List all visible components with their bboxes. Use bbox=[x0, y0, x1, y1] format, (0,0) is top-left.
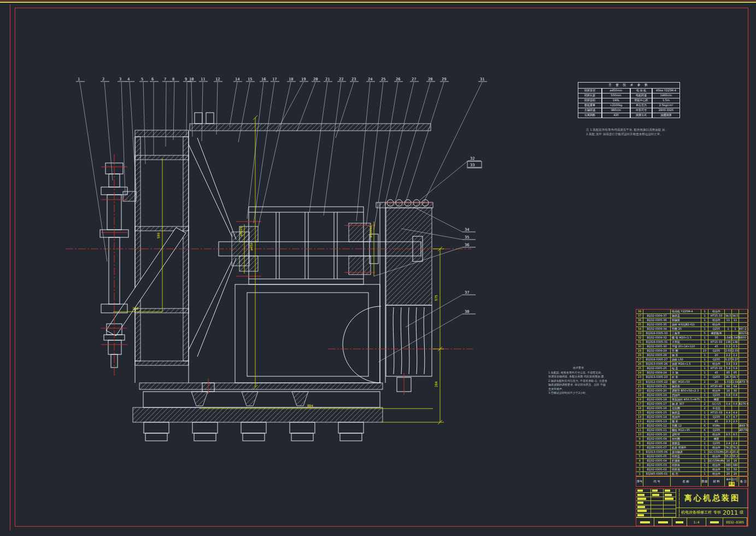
bom-cell: 50 bbox=[732, 468, 739, 471]
bom-cell bbox=[739, 450, 748, 454]
bom-cell: 13 bbox=[636, 420, 643, 423]
bom-row: 18EQ32-0305-18骨架油封 Φ50.5×Φ751橡胶 bbox=[636, 398, 747, 402]
bom-cell: 拦液板 bbox=[671, 459, 701, 463]
callout-label: 9 bbox=[185, 77, 187, 81]
bom-cell: 进料管 bbox=[671, 433, 701, 436]
bom-cell: 1.018 bbox=[725, 380, 732, 384]
bom-cell: 1 bbox=[701, 415, 708, 419]
bom-header: 序号 代 号 名 称 数量 材 料 单件总计 重 量 备 注 bbox=[636, 476, 747, 486]
spec-cell: 外形尺寸 bbox=[630, 108, 652, 113]
bom-cell: 0.27 bbox=[732, 358, 739, 362]
bom-cell: 骨架油封 Φ50.5×Φ75 bbox=[671, 398, 701, 401]
bom-row: 3EQ32-0305-03转鼓体1组合件380380 bbox=[636, 463, 747, 468]
bom-row: 13EQ32-0305-13隔 套1452.32.3 bbox=[636, 420, 747, 424]
callout-label: 31 bbox=[480, 77, 484, 81]
bom-cell: 轴承座 bbox=[671, 384, 701, 388]
bom-cell: GB800-76 bbox=[739, 336, 748, 340]
callout-label: 11 bbox=[201, 77, 205, 81]
bom-cell bbox=[732, 424, 739, 428]
bom-cell bbox=[739, 420, 748, 423]
bom-row: 31EQ318-0305-31大带轮1HT15-33138138 bbox=[636, 340, 747, 345]
bom-cell: 衬 套 bbox=[671, 375, 701, 379]
bom-cell bbox=[739, 353, 748, 357]
bom-cell: 2.2 bbox=[725, 353, 732, 357]
bom-cell: 1 bbox=[701, 459, 708, 463]
bom-cell: 1 bbox=[701, 393, 708, 397]
bom-cell: 大带轮 bbox=[671, 340, 701, 344]
bom-cell: 0.27 bbox=[725, 358, 732, 362]
bom-cell: 6 bbox=[701, 424, 708, 428]
bom-cell: 0.8 bbox=[732, 393, 739, 397]
callout-label: 29 bbox=[442, 77, 446, 81]
bom-cell bbox=[739, 463, 748, 467]
bom-cell: 9 bbox=[636, 437, 643, 441]
bom-cell: 轴承盖 bbox=[671, 411, 701, 415]
bom-cell: 垫圈 20 bbox=[671, 327, 701, 331]
signature-bar bbox=[637, 510, 647, 512]
bom-cell: EQ32-0305-15 bbox=[643, 411, 671, 415]
bom-cell: 10 bbox=[636, 433, 643, 436]
bom-cell: 138 bbox=[732, 340, 739, 344]
callout-label: 16 bbox=[261, 77, 266, 81]
spec-cell: 190L bbox=[602, 98, 630, 103]
bom-cell: Q235 bbox=[708, 349, 725, 353]
bom-cell: EQ32-0309-32 bbox=[643, 336, 671, 340]
bom-cell: EQ32-0309-29 bbox=[643, 349, 671, 353]
spec-cell: 1460r/m bbox=[652, 94, 680, 98]
spec-table: 主 要 技 术 参 数 转鼓直径ø450mm电 动 机45kw Y225M-4转… bbox=[578, 82, 680, 118]
callout-label: 35 bbox=[465, 235, 469, 240]
tech-note-line: 无异常噪声。 bbox=[548, 387, 608, 392]
bom-cell: EQ345-0305-01 bbox=[643, 472, 671, 476]
bom-cell bbox=[739, 437, 748, 441]
bom-cell: EQ32-0305-09 bbox=[643, 437, 671, 441]
callout-label: 7 bbox=[164, 77, 166, 81]
bom-row: 22EQ312-0305-22螺钉 M16×502201.0182.04GB73… bbox=[636, 380, 747, 384]
bom-cell: 三角带 bbox=[671, 331, 701, 335]
leader-line bbox=[238, 82, 250, 142]
bom-cell: 组合件 bbox=[708, 389, 725, 393]
bom-cell: 0.4 bbox=[725, 402, 732, 406]
bom-cell: EQ313-0305-23 bbox=[643, 375, 671, 379]
bom-cell: 38 bbox=[636, 310, 643, 313]
bom-cell: 1 bbox=[701, 420, 708, 423]
spec-cell: 420 bbox=[602, 113, 630, 118]
bom-cell: 橡胶帆布 bbox=[708, 331, 725, 335]
bom-cell: 34 bbox=[636, 327, 643, 331]
bom-cell: 21 bbox=[636, 384, 643, 388]
bom-cell: Q235 bbox=[708, 441, 725, 445]
spec-cell: 整机重量 bbox=[578, 103, 602, 108]
bom-cell: 2.03 bbox=[732, 349, 739, 353]
bom-cell bbox=[739, 415, 748, 419]
bom-cell: 12 bbox=[636, 424, 643, 428]
bom-cell: 组合件 bbox=[708, 310, 725, 313]
bom-cell: 2 bbox=[701, 406, 708, 410]
bom-cell: Q235 bbox=[708, 415, 725, 419]
bom-row: 27EQ318-0305-27油标 L501Q2350.270.27 bbox=[636, 358, 747, 362]
assembly-notes: 注 1.装配前所有零件均须清洗干净, 配合面涂以润滑油脂 后、 2.装配 完毕 … bbox=[586, 127, 690, 136]
bom-cell: 20 bbox=[636, 389, 643, 393]
bom-cell bbox=[732, 323, 739, 327]
callout-label: 21 bbox=[325, 77, 330, 81]
bom-cell: 34.5 bbox=[725, 314, 732, 318]
bom-cell: EQ32-0305-10 bbox=[643, 433, 671, 436]
bom-cell: 螺栓 M12×35 bbox=[671, 428, 701, 432]
leader-line bbox=[420, 161, 468, 200]
bom-cell: 羊毛毡 bbox=[708, 406, 725, 410]
bom-cell: 37 bbox=[636, 314, 643, 318]
bom-cell: 20 bbox=[732, 472, 739, 476]
bom-cell: EQ312-0305-22 bbox=[643, 380, 671, 384]
bom-cell: 调整垫 B50×58×2.3 bbox=[671, 389, 701, 393]
bom-row: 38电动机 Y225M-41组合件 bbox=[636, 310, 747, 314]
bom-cell: 31 bbox=[636, 340, 643, 344]
signature-bar bbox=[637, 498, 646, 500]
bom-cell bbox=[739, 323, 748, 327]
bom-cell bbox=[739, 384, 748, 388]
bom-cell: EQ32-0305-16 bbox=[643, 406, 671, 410]
bom-cell: 2 bbox=[701, 402, 708, 406]
bom-cell: 1 bbox=[701, 345, 708, 348]
bom-row: 37EQ32-0309-37轴承盖1HT15-3334.534.5 bbox=[636, 314, 747, 318]
bom-cell: 11 bbox=[636, 428, 643, 432]
bom-cell: 35 bbox=[636, 323, 643, 327]
bom-row: 28EQ32-0305-28轴 套1202.22.2 bbox=[636, 353, 747, 358]
callout-label: 27 bbox=[412, 77, 416, 81]
